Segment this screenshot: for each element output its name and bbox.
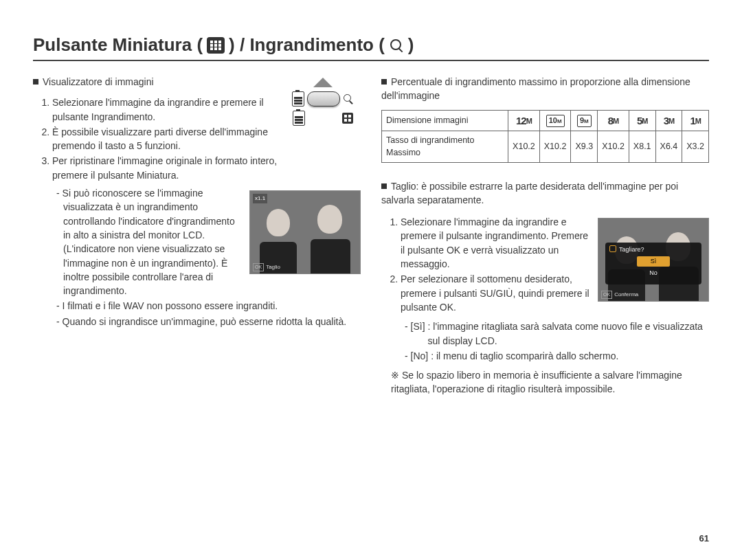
rate-0: X10.2 xyxy=(508,131,540,162)
left-column: Visualizzatore di immagini Selezionare l… xyxy=(33,75,361,396)
dim-5: 5M xyxy=(629,110,655,131)
page-title: Pulsante Miniatura ( ) / Ingrandimento (… xyxy=(33,34,414,56)
battery-icon xyxy=(292,91,304,107)
viewer-steps: Selezionare l'immagine da ingrandire e p… xyxy=(43,96,278,182)
rate-6: X3.2 xyxy=(682,131,709,162)
crop-option-no: No xyxy=(637,268,670,278)
rate-5: X6.4 xyxy=(655,131,682,162)
dim-label: Dimensione immagini xyxy=(382,110,508,131)
arrow-up-icon xyxy=(313,78,333,87)
ok-badge-icon: OK xyxy=(253,263,264,271)
photo1-caption: Taglio xyxy=(266,264,280,270)
crop-heading: Taglio: è possibile estrarre la parte de… xyxy=(381,179,709,208)
page-number: 61 xyxy=(699,533,709,544)
dim-1: 1M xyxy=(682,110,709,131)
opt-no-text: : il menu di taglio scomparirà dallo sch… xyxy=(431,349,618,363)
step-1: Selezionare l'immagine da ingrandire e p… xyxy=(52,96,278,124)
zoom-ratio-table: Dimensione immagini 12M 10M 9M 8M 5M 3M … xyxy=(381,110,709,163)
photo2-caption: Conferma xyxy=(614,291,638,298)
page-title-row: Pulsante Miniatura ( ) / Ingrandimento (… xyxy=(33,34,709,61)
sample-photo-zoom: x1.1 OKTaglio xyxy=(249,190,361,274)
crop-step-1: Selezionare l'immagine da ingrandire e p… xyxy=(401,215,591,271)
title-part1: Pulsante Miniatura ( xyxy=(33,34,203,56)
magnifier-icon xyxy=(389,38,404,53)
zoom-control-illustration xyxy=(285,78,361,126)
rocker-switch-icon xyxy=(307,91,340,107)
rate-3: X10.2 xyxy=(598,131,629,162)
rate-1: X10.2 xyxy=(539,131,571,162)
opt-si-label: - [Sì] xyxy=(405,320,425,348)
crop-result-options: - [Sì]: l'immagine ritagliata sarà salva… xyxy=(405,320,709,363)
rate-4: X8.1 xyxy=(629,131,655,162)
dim-3: 3M xyxy=(655,110,682,131)
left-heading: Visualizzatore di immagini xyxy=(33,75,278,89)
step-3: Per ripristinare l'immagine originale in… xyxy=(52,154,278,182)
title-part2: ) / Ingrandimento ( xyxy=(229,34,385,56)
opt-no-label: - [No] xyxy=(405,349,428,363)
rate-2: X9.3 xyxy=(571,131,598,162)
crop-step-2: Per selezionare il sottomenu desiderato,… xyxy=(401,272,591,314)
note-quality: Quando si ingrandisce un'immagine, può e… xyxy=(56,315,361,328)
sample-photo-crop-dialog: Tagliare? Sì No OKConferma xyxy=(598,218,709,302)
note-zoom-indicator: Si può riconoscere se l'immagine visuali… xyxy=(56,186,243,298)
title-part3: ) xyxy=(408,34,414,56)
ok-badge-icon: OK xyxy=(601,291,612,299)
zoom-ratio-heading: Percentuale di ingrandimento massimo in … xyxy=(381,75,709,103)
right-column: Percentuale di ingrandimento massimo in … xyxy=(381,75,709,396)
thumbnail-small-icon xyxy=(342,113,353,124)
crop-steps: Selezionare l'immagine da ingrandire e p… xyxy=(391,215,591,314)
dim-8: 8M xyxy=(598,110,629,131)
dim-10: 10M xyxy=(539,110,571,131)
memory-note: Se lo spazio libero in memoria è insuffi… xyxy=(391,368,709,396)
battery-full-icon xyxy=(293,111,305,126)
dim-9: 9M xyxy=(571,110,598,131)
opt-si-text: : l'immagine ritagliata sarà salvata com… xyxy=(428,320,709,348)
note-wav: I filmati e i file WAV non possono esser… xyxy=(56,299,361,313)
crop-option-si: Sì xyxy=(637,256,670,267)
rate-label: Tasso di ingrandimento Massimo xyxy=(382,131,508,162)
crop-dialog: Tagliare? Sì No xyxy=(605,243,701,284)
thumbnail-grid-icon xyxy=(207,37,225,54)
dim-12: 12M xyxy=(508,110,540,131)
crop-dialog-title: Tagliare? xyxy=(609,245,697,254)
magnifier-small-icon xyxy=(343,93,354,104)
step-2: È possibile visualizzare parti diverse d… xyxy=(52,125,278,153)
zoom-overlay: x1.1 xyxy=(253,194,267,203)
